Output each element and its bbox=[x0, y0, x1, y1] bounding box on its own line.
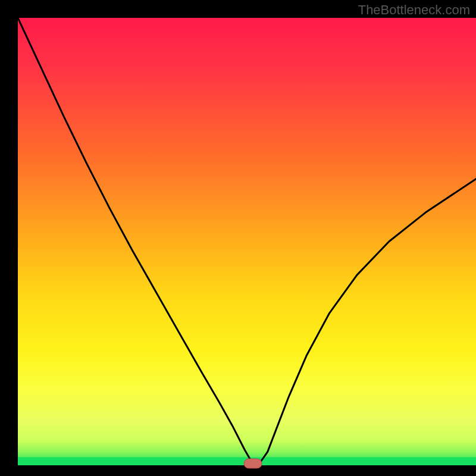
minimum-marker bbox=[244, 459, 262, 468]
chart-root: TheBottleneck.com bbox=[0, 0, 476, 476]
plot-background bbox=[18, 18, 476, 465]
chart-canvas bbox=[0, 0, 476, 476]
watermark: TheBottleneck.com bbox=[358, 2, 470, 18]
